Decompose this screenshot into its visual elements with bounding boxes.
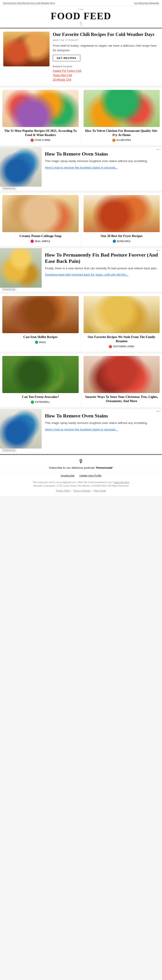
ds-logo-3: Powered by (2, 449, 16, 452)
card-image-airfryer (83, 195, 160, 232)
card-row-2: Creamy Potato-Cabbage Soup REAL SIMPLE O… (0, 192, 162, 246)
card-soup[interactable]: Creamy Potato-Cabbage Soup REAL SIMPLE (0, 193, 81, 246)
hero-byline: MARTHA STEWART (53, 39, 159, 41)
hero-title: Our Favorite Chili Recipes For Cold-Weat… (53, 32, 159, 37)
terms-link[interactable]: Terms of Service (73, 489, 91, 492)
ds-logo-2: Powered by (2, 288, 16, 291)
get-recipes-button[interactable]: GET RECIPES (53, 55, 80, 61)
card-title-christmas: Smarter Ways To Store Your Christmas Tre… (83, 395, 160, 403)
card-title-allrecipes: How To Velvet Chicken For Restaurant-Qua… (83, 129, 160, 137)
card-title-airfryer: Our 28 Best Air Fryer Recipes (83, 234, 160, 238)
ad-label-2: ▶ D (157, 249, 160, 251)
powered-by-2: Powered by (0, 288, 162, 292)
ad-image-backpain (0, 248, 42, 288)
card-image-avocado (2, 356, 79, 393)
podcast-text: Subscribe to our delicious podcast 'Home… (49, 466, 113, 469)
footer-fine-print: This email was sent to sxxxxx@gmail.com … (0, 479, 162, 496)
ad-oven-stains-2: ▶ D How To Remove Oven Stains This magic… (0, 409, 162, 452)
card-title-soup: Creamy Potato-Cabbage Soup (2, 234, 79, 238)
ad-desc-2: Finally, there is a new device that can … (45, 266, 159, 271)
hero-description: From beef to turkey, vegetarian to vegan… (53, 43, 159, 52)
fine-print-email: This email was sent to sxxxxx@gmail.com … (5, 480, 157, 484)
ad-content-1: How To Remove Oven Stains This magic spr… (0, 147, 162, 187)
hero-image (3, 32, 50, 67)
card-image-soup (2, 195, 79, 232)
source-dot-green-1 (35, 340, 38, 344)
card-title-food-wine: The 31 Most Popular Recipes Of 2021, Acc… (2, 129, 79, 137)
ad-oven-stains-1: ▶ D How To Remove Oven Stains This magic… (0, 147, 162, 191)
card-row-3: Cast Iron Skillet Recipes BH&G Our Favor… (0, 293, 162, 351)
footer-policy-links: Privacy Policy | Terms of Service | Help… (5, 489, 157, 492)
top-nav-left-link[interactable]: Our Favorite Chili Recipes For Cold-Weat… (3, 2, 55, 4)
unsubscribe-link[interactable]: Unsubscribe (60, 474, 74, 477)
card-title-avocado: Can You Freeze Avocados? (2, 395, 79, 399)
card-christmas[interactable]: Smarter Ways To Store Your Christmas Tre… (81, 353, 162, 407)
source-dot-orange (112, 138, 115, 142)
fork-icon: 🍴 (0, 21, 162, 27)
update-profile-link[interactable]: Update User Profile (79, 474, 102, 477)
footer-podcast: 🎙 Subscribe to our delicious podcast 'Ho… (0, 454, 162, 472)
source-bhg: BH&G (35, 340, 46, 344)
fine-print-address: Meredith Corporation | 1716 Locust Stree… (5, 484, 157, 488)
source-dot-blue (113, 240, 116, 243)
ad-link-2[interactable]: Grandma lived with hunched back for year… (45, 272, 159, 277)
ad-link-1[interactable]: Here's how to remove the toughest stains… (45, 165, 159, 170)
source-dot-red (31, 138, 34, 142)
ad-label-3: ▶ D (157, 410, 160, 412)
ad-desc-1: This magic spray easily removes toughest… (45, 159, 159, 164)
podcast-icon: 🎙 (5, 458, 157, 465)
source-dot-pink (31, 240, 34, 243)
top-nav-right-link[interactable]: Get Allrecipes Magazine (134, 2, 159, 4)
card-row-1: The 31 Most Popular Recipes Of 2021, Acc… (0, 87, 162, 145)
related-link-1[interactable]: Instant Pot Turkey Chili (53, 69, 159, 73)
ad-link-3[interactable]: Here's how to remove the toughest stains… (45, 427, 159, 432)
source-southernliving: SOUTHERN LIVING (109, 345, 134, 348)
source-realsimple: REAL SIMPLE (31, 240, 50, 243)
header-the: THE (0, 8, 162, 11)
ad-content-3: How To Remove Oven Stains This magic spr… (0, 409, 162, 449)
card-title-reunion: Our Favorite Recipes We Stole From The F… (83, 335, 160, 344)
ad-image-oven-1 (0, 147, 42, 187)
ad-backpain: ▶ D How To Permanently Fix Bad Posture F… (0, 248, 162, 292)
card-castiron[interactable]: Cast Iron Skillet Recipes BH&G (0, 294, 81, 351)
card-food-wine[interactable]: The 31 Most Popular Recipes Of 2021, Acc… (0, 88, 81, 145)
podcast-cta-text: Subscribe to our delicious podcast (49, 466, 96, 469)
ad-title-2: How To Permanently Fix Bad Posture Forev… (45, 252, 159, 264)
card-reunion[interactable]: Our Favorite Recipes We Stole From The F… (81, 294, 162, 351)
related-link-2[interactable]: Texas Red Chili (53, 73, 159, 78)
top-navigation: Our Favorite Chili Recipes For Cold-Weat… (0, 0, 162, 6)
card-title-castiron: Cast Iron Skillet Recipes (2, 335, 79, 339)
ad-text-2: How To Permanently Fix Bad Posture Forev… (42, 248, 162, 281)
source-eatingwell: EATINGWELL (31, 401, 50, 404)
hero-section: Our Favorite Chili Recipes For Cold-Weat… (0, 28, 162, 86)
subscribe-here-link[interactable]: Subscribe Here (113, 481, 129, 484)
card-image-christmas (83, 356, 160, 393)
footer-links: Unsubscribe Update User Profile (0, 472, 162, 479)
card-allrecipes[interactable]: How To Velvet Chicken For Restaurant-Qua… (81, 88, 162, 145)
powered-by-3: Powered by (0, 449, 162, 452)
card-row-4: Can You Freeze Avocados? EATINGWELL Smar… (0, 353, 162, 407)
card-image-castiron (2, 296, 79, 333)
source-dot-red-2 (109, 345, 112, 348)
card-image-reunion (83, 296, 160, 333)
related-link-3[interactable]: 20-Minute Chili (53, 78, 159, 82)
ds-logo-1: Powered by (2, 187, 16, 190)
related-content: Related Content Instant Pot Turkey Chili… (53, 65, 159, 82)
source-dot-green-2 (31, 401, 34, 404)
ad-text-1: How To Remove Oven Stains This magic spr… (42, 147, 162, 173)
podcast-title: 'Homemade' (96, 466, 113, 469)
ad-title-1: How To Remove Oven Stains (45, 151, 159, 157)
source-myrecipes: MYRECIPES (113, 240, 131, 243)
site-header: THE FOOD FEED 🍴 (0, 6, 162, 28)
card-avocado[interactable]: Can You Freeze Avocados? EATINGWELL (0, 353, 81, 407)
card-airfryer[interactable]: Our 28 Best Air Fryer Recipes MYRECIPES (81, 193, 162, 246)
privacy-policy-link[interactable]: Privacy Policy (56, 489, 70, 492)
ad-desc-3: This magic spray easily removes toughest… (45, 421, 159, 425)
ad-image-oven-2 (0, 409, 42, 449)
card-image-taco (2, 90, 79, 127)
site-title: FOOD FEED (0, 11, 162, 21)
ad-content-2: How To Permanently Fix Bad Posture Forev… (0, 248, 162, 288)
help-center-link[interactable]: Help Center (94, 489, 106, 492)
hero-content: Our Favorite Chili Recipes For Cold-Weat… (53, 32, 159, 82)
source-food-wine: FOOD & WINE (31, 138, 50, 142)
